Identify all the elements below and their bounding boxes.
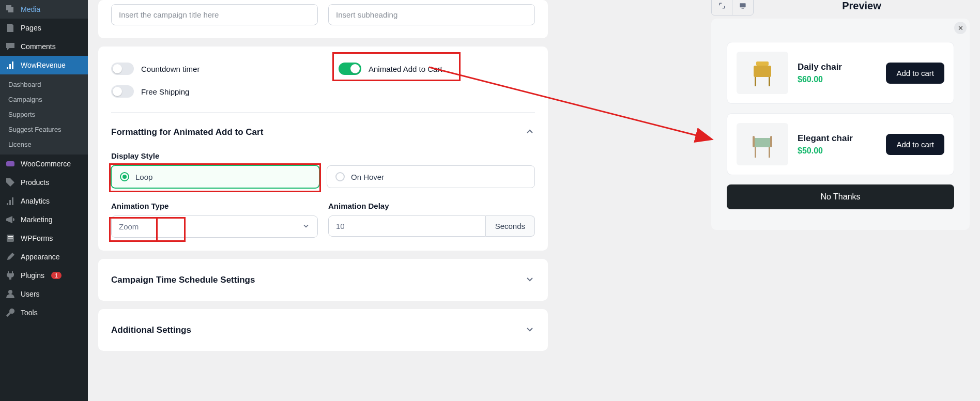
- sub-supports[interactable]: Supports: [0, 107, 88, 122]
- media-icon: [5, 4, 16, 14]
- section-title: Campaign Time Schedule Settings: [111, 275, 255, 285]
- preview-title: Preview: [754, 0, 970, 12]
- menu-label: Comments: [21, 42, 56, 51]
- campaign-subheading-input[interactable]: [328, 4, 535, 25]
- preview-product-card: Elegant chair $50.00 Add to cart: [727, 113, 954, 175]
- product-image: [737, 123, 788, 165]
- formatting-card: Countdown timer Free Shipping Animated A…: [98, 47, 548, 251]
- toggle-countdown[interactable]: Countdown timer: [111, 59, 308, 78]
- svg-rect-10: [769, 77, 770, 86]
- radio-label: On Hover: [351, 173, 384, 181]
- product-name: Elegant chair: [798, 133, 877, 144]
- animation-type-label: Animation Type: [111, 202, 318, 210]
- no-thanks-button[interactable]: No Thanks: [727, 184, 954, 209]
- campaign-title-input[interactable]: [111, 4, 318, 25]
- menu-media[interactable]: Media: [0, 0, 88, 19]
- plugin-update-badge: 1: [51, 272, 62, 279]
- sub-dashboard[interactable]: Dashboard: [0, 77, 88, 92]
- menu-label: Marketing: [21, 215, 52, 224]
- svg-rect-0: [6, 161, 14, 166]
- page-icon: [5, 23, 16, 33]
- accordion-formatting[interactable]: Formatting for Animated Add to Cart: [111, 124, 535, 140]
- section-title: Additional Settings: [111, 325, 191, 335]
- svg-rect-6: [742, 8, 744, 9]
- add-to-cart-button[interactable]: Add to cart: [886, 134, 944, 155]
- chevron-down-icon: [525, 274, 535, 286]
- select-value: Zoom: [119, 222, 139, 231]
- svg-rect-9: [755, 77, 756, 86]
- chevron-down-icon: [525, 324, 535, 336]
- close-button[interactable]: ✕: [954, 22, 967, 34]
- toggle-label: Animated Add to Cart: [369, 65, 442, 73]
- menu-comments[interactable]: Comments: [0, 37, 88, 56]
- menu-plugins[interactable]: Plugins 1: [0, 266, 88, 285]
- analytics-icon: [5, 60, 16, 70]
- svg-rect-12: [753, 136, 755, 147]
- sub-suggest[interactable]: Suggest Features: [0, 122, 88, 137]
- section-title: Formatting for Animated Add to Cart: [111, 127, 263, 137]
- menu-products[interactable]: Products: [0, 173, 88, 192]
- menu-label: WPForms: [21, 234, 53, 242]
- expand-button[interactable]: [712, 0, 732, 15]
- toggle-animated-atc[interactable]: Animated Add to Cart: [339, 59, 535, 78]
- preview-product-card: Daily chair $60.00 Add to cart: [727, 42, 954, 104]
- preview-box: ✕ Daily chair $60.00 Add to cart: [711, 19, 970, 230]
- add-to-cart-button[interactable]: Add to cart: [886, 63, 944, 84]
- product-price: $50.00: [798, 146, 877, 156]
- user-icon: [5, 289, 16, 299]
- accordion-schedule[interactable]: Campaign Time Schedule Settings: [111, 272, 535, 288]
- menu-analytics[interactable]: Analytics: [0, 192, 88, 210]
- svg-rect-2: [8, 236, 13, 237]
- product-image: [737, 52, 788, 94]
- radio-loop[interactable]: Loop: [111, 165, 319, 188]
- separator: [111, 112, 535, 113]
- animation-type-select[interactable]: Zoom: [111, 215, 318, 238]
- plugin-icon: [5, 270, 16, 281]
- animation-delay-input[interactable]: [328, 215, 486, 237]
- menu-marketing[interactable]: Marketing: [0, 210, 88, 229]
- schedule-card: Campaign Time Schedule Settings: [98, 259, 548, 301]
- menu-pages[interactable]: Pages: [0, 19, 88, 37]
- radio-indicator: [335, 172, 345, 181]
- product-price: $60.00: [798, 75, 877, 84]
- toggle-label: Countdown timer: [141, 65, 200, 73]
- svg-rect-11: [754, 138, 771, 147]
- menu-wowrevenue[interactable]: WowRevenue: [0, 56, 88, 74]
- wrench-icon: [5, 307, 16, 318]
- chevron-up-icon: [525, 126, 535, 138]
- delay-unit: Seconds: [486, 215, 535, 237]
- menu-label: Users: [21, 290, 40, 298]
- toggle-switch[interactable]: [111, 63, 134, 75]
- menu-label: WowRevenue: [21, 61, 66, 69]
- sub-campaigns[interactable]: Campaigns: [0, 92, 88, 107]
- display-style-label: Display Style: [111, 151, 535, 160]
- svg-rect-8: [754, 66, 771, 77]
- toggle-label: Free Shipping: [141, 87, 189, 96]
- form-icon: [5, 233, 16, 243]
- toggle-switch[interactable]: [111, 85, 134, 98]
- sub-license[interactable]: License: [0, 137, 88, 152]
- menu-label: Tools: [21, 309, 38, 317]
- preview-header: Preview: [711, 0, 970, 11]
- toggle-freeship[interactable]: Free Shipping: [111, 82, 308, 101]
- menu-label: Pages: [21, 24, 41, 32]
- menu-users[interactable]: Users: [0, 285, 88, 303]
- submenu-wowrevenue: Dashboard Campaigns Supports Suggest Fea…: [0, 74, 88, 155]
- svg-point-4: [8, 290, 12, 294]
- menu-tools[interactable]: Tools: [0, 303, 88, 322]
- animation-delay-label: Animation Delay: [328, 202, 535, 210]
- menu-wpforms[interactable]: WPForms: [0, 229, 88, 248]
- svg-rect-14: [755, 147, 756, 158]
- menu-label: Products: [21, 178, 49, 187]
- menu-woocommerce[interactable]: WooCommerce: [0, 155, 88, 173]
- accordion-additional[interactable]: Additional Settings: [111, 322, 535, 338]
- products-icon: [5, 177, 16, 188]
- device-button[interactable]: [732, 0, 753, 15]
- toggle-switch[interactable]: [339, 63, 361, 75]
- admin-sidebar: Media Pages Comments WowRevenue Dashboar…: [0, 0, 88, 401]
- svg-rect-13: [770, 136, 772, 147]
- radio-hover[interactable]: On Hover: [327, 165, 535, 188]
- comment-icon: [5, 41, 16, 52]
- product-name: Daily chair: [798, 62, 877, 72]
- menu-appearance[interactable]: Appearance: [0, 248, 88, 266]
